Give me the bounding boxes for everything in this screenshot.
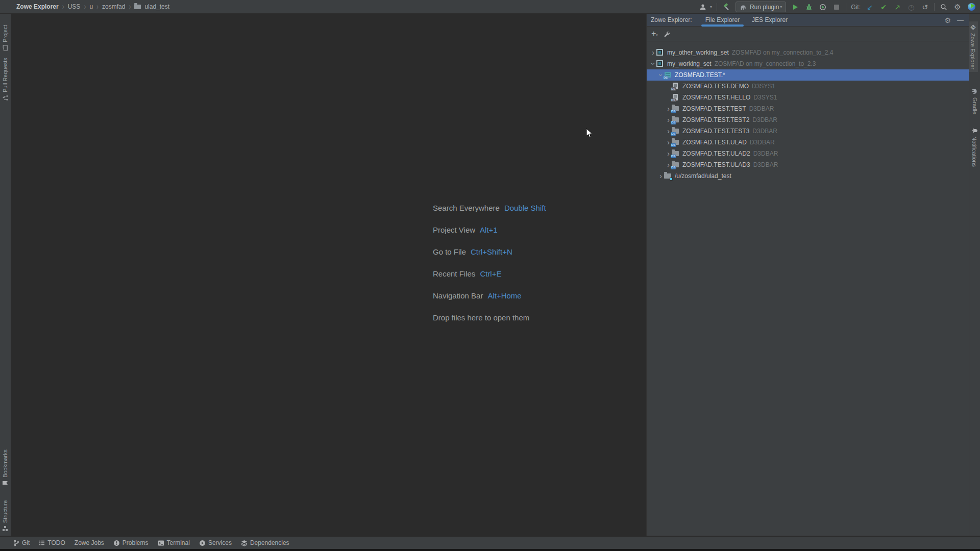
statusbar-item-terminal[interactable]: Terminal [158, 539, 190, 546]
tree-row-dataset[interactable]: › DS ZOSMFAD.TEST.TEST3 D3DBAR [647, 126, 969, 137]
run-with-coverage-button[interactable] [818, 3, 827, 12]
tree-item-volume: D3DBAR [749, 105, 774, 112]
tree-row-uss-path[interactable]: › /u/zosmfad/ulad_test [647, 170, 969, 182]
stripe-item-structure[interactable]: Structure [2, 500, 8, 532]
structure-icon [2, 525, 8, 532]
partitioned-dataset-icon: DS [672, 128, 679, 135]
breadcrumb-uss[interactable]: USS [68, 3, 81, 10]
tree-item-label: /u/zosmfad/ulad_test [675, 172, 731, 180]
run-configuration-select[interactable]: Run plugin ▾ [736, 2, 786, 12]
tree-row-dataset[interactable]: › DS ZOSMFAD.TEST.TEST D3DBAR [647, 103, 969, 114]
statusbar-item-dependencies[interactable]: Dependencies [241, 539, 289, 546]
chevron-right-icon: › [62, 2, 64, 11]
tree-row-working-set[interactable]: › my_working_set ZOSMFAD on my_connectio… [647, 58, 969, 69]
breadcrumb-u[interactable]: u [89, 3, 93, 10]
tree-row-dataset[interactable]: › DS ZOSMFAD.TEST.ULAD D3DBAR [647, 137, 969, 148]
history-clock-icon[interactable]: ◷ [906, 3, 916, 12]
tab-file-explorer[interactable]: File Explorer [699, 14, 746, 27]
tree-item-label: ZOSMFAD.TEST.TEST2 [682, 116, 749, 123]
debug-button[interactable] [804, 3, 814, 12]
stripe-item-gradle[interactable]: Gradle [972, 88, 978, 114]
tree-row-dataset[interactable]: › DS ZOSMFAD.TEST.ULAD2 D3DBAR [647, 148, 969, 159]
chevron-right-icon: › [84, 2, 86, 11]
tree-row-working-set[interactable]: › my_other_working_set ZOSMFAD on my_con… [647, 47, 969, 58]
tool-window-header: Zowe Explorer: File Explorer JES Explore… [647, 14, 969, 27]
tree-row-dataset[interactable]: › DS ZOSMFAD.TEST.TEST2 D3DBAR [647, 114, 969, 126]
stripe-item-project[interactable]: Project [2, 25, 8, 51]
hint-row: Navigation Bar Alt+Home [433, 291, 546, 302]
git-push-icon[interactable]: ↗ [893, 3, 902, 12]
chevron-expanded-icon[interactable]: › [650, 61, 657, 67]
hint-row: Drop files here to open them [433, 313, 546, 323]
tree-row-dataset[interactable]: › DS ZOSMFAD.TEST.ULAD3 D3DBAR [647, 159, 969, 170]
tree-item-meta: ZOSMFAD on my_connection_to_2.4 [732, 49, 834, 56]
gradle-elephant-icon [740, 4, 747, 10]
hide-panel-icon[interactable]: — [957, 17, 964, 23]
statusbar-label: Zowe Jobs [75, 539, 104, 546]
tree-item-label: ZOSMFAD.TEST.TEST [682, 105, 746, 112]
statusbar-item-zowe-jobs[interactable]: Zowe Jobs [75, 539, 104, 546]
stripe-item-zowe-explorer[interactable]: Z Zowe Explorer [968, 21, 978, 72]
editor-area[interactable]: Search Everywhere Double Shift Project V… [12, 14, 646, 536]
navigation-bar: Zowe Explorer › USS › u › zosmfad › ulad… [0, 0, 980, 14]
tab-jes-explorer[interactable]: JES Explorer [746, 14, 794, 27]
tree-row-dataset-pattern[interactable]: › DS ZOSMFAD.TEST.* [647, 69, 969, 81]
user-profile-icon[interactable] [698, 3, 707, 12]
problems-icon [113, 540, 120, 546]
stripe-item-pull-requests[interactable]: Pull Requests [2, 58, 8, 101]
git-section-label: Git: [851, 4, 861, 11]
stripe-item-bookmarks[interactable]: Bookmarks [2, 449, 8, 486]
working-set-icon [656, 49, 664, 56]
toolbar-separator [846, 3, 846, 11]
statusbar-label: Dependencies [250, 539, 289, 546]
stripe-label: Bookmarks [2, 449, 8, 478]
git-branch-icon [13, 540, 19, 546]
rollback-icon[interactable]: ↺ [920, 3, 929, 12]
search-everywhere-icon[interactable] [939, 3, 948, 12]
statusbar-item-problems[interactable]: Problems [113, 539, 149, 546]
hint-label: Go to File [433, 247, 466, 256]
main-toolbar: ▾ Run plugin ▾ Git: ↙ ✔ [698, 0, 976, 14]
hint-label: Recent Files [433, 269, 475, 278]
run-button[interactable] [791, 3, 800, 12]
chevron-collapsed-icon[interactable]: › [650, 49, 656, 56]
statusbar-label: Terminal [167, 539, 190, 546]
stripe-label: Structure [2, 500, 8, 523]
tree-row-dataset[interactable]: › DS ZOSMFAD.TEST.HELLO D3SYS1 [647, 92, 969, 103]
tree-item-label: ZOSMFAD.TEST.HELLO [682, 94, 750, 101]
partitioned-dataset-icon: DS [672, 150, 679, 157]
run-configuration-label: Run plugin [750, 4, 779, 11]
build-hammer-icon[interactable] [722, 3, 731, 12]
stripe-label: Pull Requests [2, 58, 8, 92]
breadcrumb: Zowe Explorer › USS › u › zosmfad › ulad… [0, 3, 169, 10]
tree-item-label: ZOSMFAD.TEST.ULAD3 [682, 161, 750, 168]
statusbar-item-git[interactable]: Git [13, 539, 30, 546]
settings-gear-icon[interactable]: ⚙ [953, 3, 962, 12]
tree-item-label: ZOSMFAD.TEST.ULAD2 [682, 150, 750, 157]
git-update-icon[interactable]: ↙ [865, 3, 874, 12]
chevron-collapsed-icon[interactable]: › [657, 172, 664, 180]
breadcrumb-zowe-explorer[interactable]: Zowe Explorer [16, 3, 59, 10]
breadcrumb-ulad-test[interactable]: ulad_test [144, 3, 169, 10]
add-profile-button[interactable]: +▾ [651, 30, 658, 37]
wrench-icon[interactable] [663, 31, 670, 37]
hint-row: Recent Files Ctrl+E [433, 269, 546, 280]
bookmark-icon [2, 480, 8, 486]
statusbar-item-todo[interactable]: TODO [39, 539, 65, 546]
tree-item-volume: D3DBAR [753, 161, 778, 168]
stripe-label: Notifications [972, 136, 978, 167]
notification-bell-icon [971, 128, 978, 134]
tree-row-dataset[interactable]: › DS ZOSMFAD.TEST.DEMO D3SYS1 [647, 81, 969, 92]
breadcrumb-zosmfad[interactable]: zosmfad [102, 3, 125, 10]
statusbar-label: TODO [47, 539, 65, 546]
git-commit-icon[interactable]: ✔ [879, 3, 888, 12]
ide-sphere-icon[interactable] [967, 3, 976, 12]
panel-title: Zowe Explorer: [647, 16, 699, 23]
stripe-item-notifications[interactable]: Notifications [971, 128, 978, 167]
statusbar-item-services[interactable]: Services [199, 539, 232, 546]
tree-item-label: ZOSMFAD.TEST.* [675, 71, 725, 79]
panel-settings-gear-icon[interactable]: ⚙ [944, 17, 951, 24]
status-bar: Git TODO Zowe Jobs Problems Terminal Ser… [0, 536, 980, 549]
stop-button[interactable] [832, 3, 841, 12]
statusbar-label: Problems [122, 539, 149, 546]
